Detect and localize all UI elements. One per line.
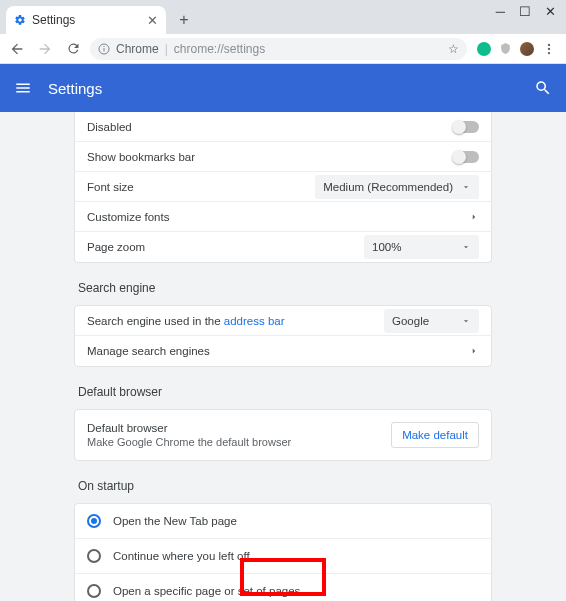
tab-strip: Settings ✕ + — [0, 0, 566, 34]
search-engine-card: Search engine used in the address bar Go… — [74, 305, 492, 367]
chevron-down-icon — [461, 242, 471, 252]
site-info-icon[interactable] — [98, 43, 110, 55]
omnibox-host: Chrome — [116, 42, 159, 56]
menu-icon[interactable] — [14, 79, 32, 97]
bookmark-star-icon[interactable]: ☆ — [448, 42, 459, 56]
settings-content: Disabled Show bookmarks bar Font size Me… — [0, 112, 566, 601]
startup-option-new-tab[interactable]: Open the New Tab page — [75, 504, 491, 539]
section-title-startup: On startup — [78, 479, 492, 493]
make-default-button[interactable]: Make default — [391, 422, 479, 448]
address-bar[interactable]: Chrome | chrome://settings ☆ — [90, 38, 467, 60]
browser-toolbar: Chrome | chrome://settings ☆ — [0, 34, 566, 64]
default-browser-sub: Make Google Chrome the default browser — [87, 436, 391, 448]
omnibox-path: chrome://settings — [174, 42, 265, 56]
minimize-icon[interactable]: ─ — [496, 4, 505, 19]
back-button[interactable] — [6, 38, 28, 60]
profile-avatar[interactable] — [520, 42, 534, 56]
chevron-down-icon — [461, 316, 471, 326]
section-title-default-browser: Default browser — [78, 385, 492, 399]
toggle-off-icon[interactable] — [453, 121, 479, 133]
close-window-icon[interactable]: ✕ — [545, 4, 556, 19]
maximize-icon[interactable]: ☐ — [519, 4, 531, 19]
extension-icon-1[interactable] — [477, 42, 491, 56]
setting-row-customize-fonts[interactable]: Customize fonts — [75, 202, 491, 232]
browser-menu-icon[interactable] — [542, 42, 556, 56]
setting-row-manage-search[interactable]: Manage search engines — [75, 336, 491, 366]
radio-unchecked-icon[interactable] — [87, 584, 101, 598]
setting-row-disabled[interactable]: Disabled — [75, 112, 491, 142]
extension-icons — [473, 42, 560, 56]
svg-rect-2 — [104, 46, 105, 47]
window-controls: ─ ☐ ✕ — [496, 0, 566, 19]
chevron-down-icon — [461, 182, 471, 192]
forward-button[interactable] — [34, 38, 56, 60]
settings-header: Settings — [0, 64, 566, 112]
page-zoom-select[interactable]: 100% — [364, 235, 479, 259]
tab-title: Settings — [32, 13, 147, 27]
radio-unchecked-icon[interactable] — [87, 549, 101, 563]
default-browser-card: Default browser Make Google Chrome the d… — [74, 409, 492, 461]
setting-row-search-engine: Search engine used in the address bar Go… — [75, 306, 491, 336]
svg-point-4 — [548, 47, 550, 49]
gear-icon — [14, 14, 26, 26]
close-tab-icon[interactable]: ✕ — [147, 13, 158, 28]
new-tab-button[interactable]: + — [174, 10, 194, 30]
setting-row-bookmarks[interactable]: Show bookmarks bar — [75, 142, 491, 172]
svg-rect-1 — [104, 48, 105, 52]
search-icon[interactable] — [534, 79, 552, 97]
radio-checked-icon[interactable] — [87, 514, 101, 528]
svg-point-5 — [548, 51, 550, 53]
setting-row-font-size: Font size Medium (Recommended) — [75, 172, 491, 202]
toggle-off-icon[interactable] — [453, 151, 479, 163]
appearance-card: Disabled Show bookmarks bar Font size Me… — [74, 112, 492, 263]
shield-icon[interactable] — [499, 42, 512, 55]
section-title-search: Search engine — [78, 281, 492, 295]
setting-row-page-zoom: Page zoom 100% — [75, 232, 491, 262]
browser-tab[interactable]: Settings ✕ — [6, 6, 166, 34]
font-size-select[interactable]: Medium (Recommended) — [315, 175, 479, 199]
svg-point-3 — [548, 43, 550, 45]
search-engine-select[interactable]: Google — [384, 309, 479, 333]
reload-button[interactable] — [62, 38, 84, 60]
default-browser-heading: Default browser — [87, 422, 391, 434]
annotation-highlight — [240, 558, 326, 596]
address-bar-link[interactable]: address bar — [224, 315, 285, 327]
chevron-right-icon — [469, 346, 479, 356]
chevron-right-icon — [469, 212, 479, 222]
page-title: Settings — [48, 80, 534, 97]
